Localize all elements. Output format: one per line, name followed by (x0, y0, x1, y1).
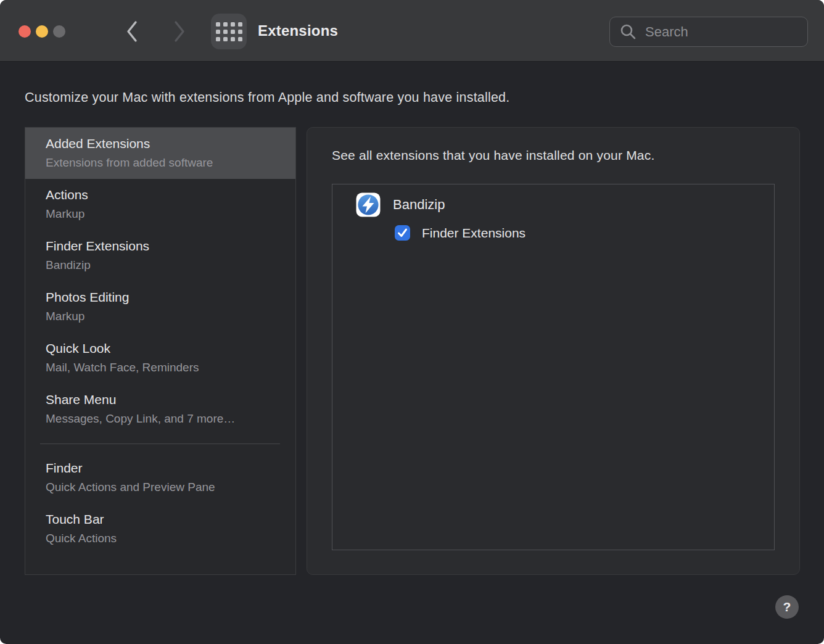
sidebar-item-subtitle: Markup (46, 206, 289, 222)
grid-icon (216, 22, 242, 41)
sidebar-item-subtitle: Messages, Copy Link, and 7 more… (46, 411, 289, 427)
checkmark-icon (397, 227, 408, 239)
checkbox-label: Finder Extensions (422, 226, 525, 241)
added-extensions-panel: See all extensions that you have install… (307, 127, 800, 575)
search-input[interactable]: Search (609, 17, 808, 47)
sidebar-item-title: Added Extensions (46, 136, 289, 152)
sidebar-item-finder[interactable]: Finder Quick Actions and Preview Pane (25, 452, 295, 503)
installed-extensions-list: Bandizip Finder Extensions (332, 184, 775, 550)
minimize-button[interactable] (36, 25, 48, 38)
sidebar-item-photos-editing[interactable]: Photos Editing Markup (25, 281, 295, 332)
sidebar-item-added-extensions[interactable]: Added Extensions Extensions from added s… (25, 128, 295, 179)
search-icon (620, 23, 637, 40)
sidebar-item-actions[interactable]: Actions Markup (25, 179, 295, 230)
sidebar-item-title: Touch Bar (46, 511, 289, 527)
sidebar-item-subtitle: Quick Actions and Preview Pane (46, 479, 289, 495)
sidebar-item-subtitle: Mail, Watch Face, Reminders (46, 360, 289, 376)
extensions-preferences-window: Extensions Search Customize your Mac wit… (0, 0, 824, 644)
help-button[interactable]: ? (775, 595, 799, 619)
sidebar-item-title: Photos Editing (46, 289, 289, 305)
sidebar-item-title: Share Menu (46, 392, 289, 408)
finder-extensions-checkbox[interactable] (395, 225, 410, 241)
extension-app-name: Bandizip (393, 197, 445, 213)
zoom-button-disabled (53, 25, 65, 38)
forward-chevron-icon[interactable] (171, 20, 186, 43)
close-button[interactable] (19, 25, 31, 38)
help-icon: ? (783, 600, 791, 614)
show-all-preferences-button[interactable] (211, 14, 247, 49)
extension-app-row: Bandizip (356, 192, 445, 217)
extension-feature-row: Finder Extensions (395, 225, 525, 241)
intro-text: Customize your Mac with extensions from … (25, 90, 509, 105)
sidebar-item-touch-bar[interactable]: Touch Bar Quick Actions (25, 503, 295, 555)
title-bar: Extensions Search (0, 0, 824, 62)
search-placeholder: Search (645, 24, 688, 40)
sidebar-divider (40, 444, 280, 444)
sidebar-item-share-menu[interactable]: Share Menu Messages, Copy Link, and 7 mo… (25, 384, 295, 435)
panel-heading: See all extensions that you have install… (332, 148, 654, 163)
sidebar-item-subtitle: Quick Actions (46, 530, 289, 547)
bandizip-app-icon (356, 192, 381, 217)
sidebar-item-subtitle: Markup (46, 308, 289, 324)
sidebar-item-subtitle: Bandizip (46, 257, 289, 273)
extensions-category-list: Added Extensions Extensions from added s… (25, 127, 296, 575)
sidebar-item-title: Actions (46, 187, 289, 203)
sidebar-item-title: Finder (46, 460, 289, 476)
sidebar-item-title: Quick Look (46, 341, 289, 357)
sidebar-item-subtitle: Extensions from added software (46, 155, 289, 171)
sidebar-item-finder-extensions[interactable]: Finder Extensions Bandizip (25, 230, 295, 281)
back-chevron-icon[interactable] (125, 20, 140, 43)
sidebar-item-quick-look[interactable]: Quick Look Mail, Watch Face, Reminders (25, 332, 295, 384)
page-title: Extensions (258, 0, 338, 62)
sidebar-item-title: Finder Extensions (46, 238, 289, 254)
